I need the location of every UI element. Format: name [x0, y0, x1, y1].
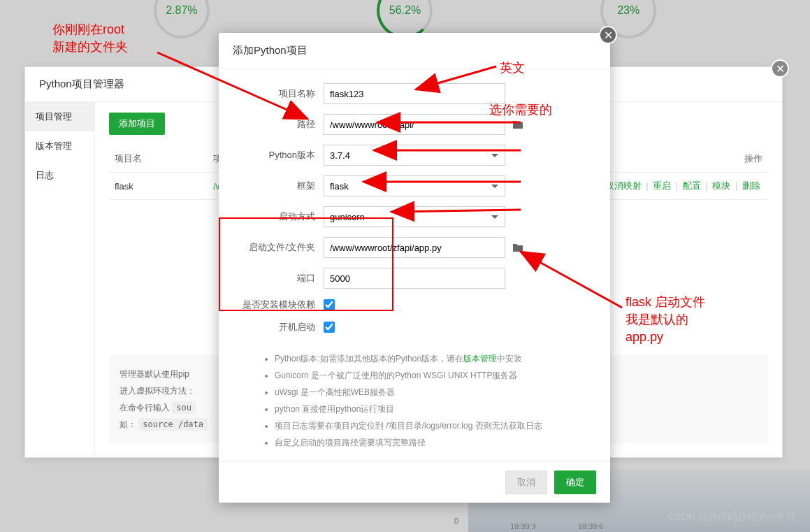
- sidebar-item-projects[interactable]: 项目管理: [25, 102, 94, 131]
- select-start-mode[interactable]: gunicorn: [324, 206, 505, 227]
- action-restart[interactable]: 重启: [653, 180, 671, 191]
- add-project-modal: ✕ 添加Python项目 项目名称 路径 Python版本 3.7.4 框架 f…: [219, 33, 610, 503]
- tip-item: 自定义启动的项目路径需要填写完整路径: [275, 434, 589, 451]
- checkbox-boot[interactable]: [324, 322, 335, 333]
- sidebar-item-logs[interactable]: 日志: [25, 161, 94, 190]
- modal-footer: 取消 确定: [219, 461, 610, 503]
- panel-sidebar: 项目管理 版本管理 日志: [25, 102, 95, 457]
- select-python-version[interactable]: 3.7.4: [324, 145, 505, 166]
- input-path[interactable]: [324, 114, 505, 135]
- folder-icon[interactable]: [512, 120, 523, 129]
- label-project-name: 项目名称: [240, 87, 324, 100]
- tip-item: 项目日志需要在项目内定位到 /项目目录/logs/error.log 否则无法获…: [275, 417, 589, 434]
- modal-title: 添加Python项目: [219, 33, 610, 69]
- close-icon: ✕: [776, 62, 785, 76]
- action-unmap[interactable]: 取消映射: [605, 180, 642, 191]
- tip-item: uWsgi 是一个高性能WEB服务器: [275, 384, 589, 401]
- label-port: 端口: [240, 272, 324, 285]
- label-framework: 框架: [240, 180, 324, 192]
- input-project-name[interactable]: [324, 83, 505, 104]
- annotation-red-box: [219, 217, 393, 311]
- tip-item: python 直接使用python运行项目: [275, 401, 589, 417]
- confirm-button[interactable]: 确定: [554, 470, 596, 494]
- modal-tips: Python版本:如需添加其他版本的Python版本，请在版本管理中安装 Gun…: [219, 350, 610, 461]
- sidebar-item-versions[interactable]: 版本管理: [25, 131, 94, 161]
- action-delete[interactable]: 删除: [742, 180, 760, 191]
- checkbox-install-deps[interactable]: [324, 299, 335, 310]
- action-modules[interactable]: 模块: [712, 180, 730, 191]
- folder-icon[interactable]: [512, 243, 523, 252]
- watermark: CSDN @抄代码抄错的小牛马: [667, 511, 796, 524]
- label-start-mode: 启动方式: [240, 210, 324, 223]
- label-boot: 开机启动: [240, 321, 324, 333]
- action-config[interactable]: 配置: [683, 180, 701, 191]
- input-start-file[interactable]: [324, 237, 505, 258]
- select-framework[interactable]: flask: [324, 175, 505, 196]
- add-project-button[interactable]: 添加项目: [109, 113, 165, 135]
- tip-item: Gunicorn 是一个被广泛使用的的Python WSGI UNIX HTTP…: [275, 367, 589, 384]
- tip-item: Python版本:如需添加其他版本的Python版本，请在版本管理中安装: [275, 350, 589, 367]
- modal-close-button[interactable]: ✕: [599, 26, 617, 44]
- col-name: 项目名: [109, 145, 208, 173]
- label-path: 路径: [240, 118, 324, 131]
- input-port[interactable]: [324, 268, 505, 289]
- code-snippet: source /data: [138, 418, 208, 431]
- label-install-deps: 是否安装模块依赖: [240, 299, 324, 311]
- panel-close-button[interactable]: ✕: [771, 59, 789, 78]
- label-python-version: Python版本: [240, 149, 324, 161]
- close-icon: ✕: [604, 29, 613, 42]
- cancel-button[interactable]: 取消: [505, 470, 547, 494]
- version-manage-link[interactable]: 版本管理: [463, 354, 497, 364]
- modal-body: 项目名称 路径 Python版本 3.7.4 框架 flask 启动方式 gun…: [219, 69, 610, 350]
- code-snippet: sou: [172, 401, 196, 414]
- label-start-file: 启动文件/文件夹: [240, 241, 324, 254]
- cell-name: flask: [109, 173, 208, 200]
